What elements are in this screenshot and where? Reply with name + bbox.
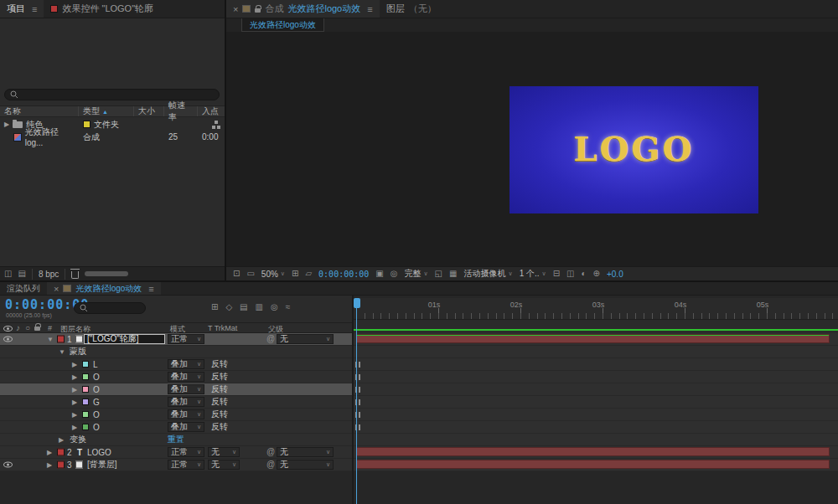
track-row-mask[interactable] xyxy=(354,396,838,409)
frame-blend-icon[interactable]: ▥ xyxy=(256,302,263,311)
mask-name[interactable]: O xyxy=(93,423,100,432)
mask-invert-checkbox[interactable]: 反转 xyxy=(211,421,228,433)
expand-arrow-icon[interactable]: ▶ xyxy=(72,399,77,406)
mask-keyframe-mark[interactable] xyxy=(359,387,360,393)
viewer-canvas-area[interactable]: LOGO xyxy=(226,32,838,266)
graph-editor-icon[interactable]: ≈ xyxy=(286,302,291,311)
track-row-mask[interactable] xyxy=(354,383,838,396)
mask-mode-select[interactable]: 叠加∨ xyxy=(168,359,204,369)
snapshot-icon[interactable]: ▣ xyxy=(375,270,383,278)
parent-select[interactable]: 无∨ xyxy=(277,334,334,344)
share-view-icon[interactable]: ⊟ xyxy=(553,270,560,278)
track-row-mask[interactable] xyxy=(354,409,838,421)
tab-composition[interactable]: × 合成 光效路径logo动效 ≡ xyxy=(226,0,380,18)
layer-name[interactable]: [背景层] xyxy=(87,459,117,471)
eye-icon[interactable] xyxy=(3,462,13,468)
column-framerate[interactable]: 帧速率 xyxy=(164,106,198,116)
collapse-arrow-icon[interactable]: ▼ xyxy=(47,336,54,343)
layer-duration-bar[interactable] xyxy=(356,460,830,469)
mask-color-swatch[interactable] xyxy=(82,411,89,418)
mask-invert-checkbox[interactable]: 反转 xyxy=(211,371,228,383)
column-size[interactable]: 大小 xyxy=(134,106,164,116)
tab-layer[interactable]: 图层 （无） xyxy=(380,0,443,18)
main-viewer-icon[interactable]: ▭ xyxy=(246,270,254,278)
mask-color-swatch[interactable] xyxy=(82,424,89,430)
shy-layers-icon[interactable]: ▤ xyxy=(240,302,247,311)
mask-visibility-icon[interactable]: ▱ xyxy=(305,270,312,278)
composition-frame[interactable]: LOGO xyxy=(510,86,758,213)
mask-mode-select[interactable]: 叠加∨ xyxy=(168,409,204,419)
mask-row-3[interactable]: ▶ O 叠加∨ 反转 xyxy=(0,383,352,396)
expand-arrow-icon[interactable]: ▶ xyxy=(72,411,77,419)
resolution-select[interactable]: 完整∨ xyxy=(404,268,427,280)
draft-3d-icon[interactable]: ◇ xyxy=(225,302,232,311)
track-row-masks-group[interactable] xyxy=(354,346,838,358)
always-preview-icon[interactable]: ⊡ xyxy=(233,270,240,278)
time-ruler[interactable]: 01s 02s 03s 04s 05s xyxy=(354,298,838,320)
pixel-aspect-icon[interactable]: ◫ xyxy=(566,270,574,278)
label-chip-red[interactable] xyxy=(57,461,65,469)
mask-row-4[interactable]: ▶ G 叠加∨ 反转 xyxy=(0,396,352,409)
track-row-layer3[interactable] xyxy=(354,459,838,471)
mask-keyframe-mark[interactable] xyxy=(359,399,360,405)
exposure-reset-icon[interactable]: ⊕ xyxy=(593,270,600,278)
zoom-select[interactable]: 50%∨ xyxy=(261,270,285,279)
video-column-icon[interactable] xyxy=(3,326,13,332)
solo-column-icon[interactable]: ○ xyxy=(25,324,30,332)
mask-color-swatch[interactable] xyxy=(82,399,89,405)
project-bit-depth[interactable]: 8 bpc xyxy=(32,269,65,280)
mask-color-swatch[interactable] xyxy=(82,361,89,368)
playhead-handle[interactable] xyxy=(354,298,360,308)
show-snapshot-icon[interactable]: ◎ xyxy=(391,270,398,278)
layer-row-2[interactable]: ▶ 2 T LOGO 正常∨ 无∨ @ 无∨ xyxy=(0,446,352,459)
track-row-mask[interactable] xyxy=(354,421,838,434)
mask-keyframe-mark[interactable] xyxy=(359,412,360,418)
mask-keyframe-mark[interactable] xyxy=(359,374,360,380)
lock-column-icon[interactable] xyxy=(34,327,40,331)
track-row-transform[interactable] xyxy=(354,434,838,446)
transparency-grid-icon[interactable]: ▦ xyxy=(449,270,457,278)
label-chip-red[interactable] xyxy=(57,336,65,343)
mask-invert-checkbox[interactable]: 反转 xyxy=(211,409,228,420)
expand-arrow-icon[interactable]: ▶ xyxy=(72,373,77,381)
close-icon[interactable]: × xyxy=(233,4,238,14)
blend-mode-select[interactable]: 正常∨ xyxy=(168,334,204,344)
label-chip-red[interactable] xyxy=(57,449,65,456)
mini-flowchart-icon[interactable]: ⊞ xyxy=(211,302,218,311)
lock-icon[interactable] xyxy=(255,8,261,13)
mask-row-2[interactable]: ▶ O 叠加∨ 反转 xyxy=(0,371,352,383)
mask-mode-select[interactable]: 叠加∨ xyxy=(168,372,204,382)
grid-guides-icon[interactable]: ⊞ xyxy=(292,270,298,278)
expand-arrow-icon[interactable]: ▶ xyxy=(72,386,77,393)
mask-keyframe-mark[interactable] xyxy=(359,362,360,368)
close-icon[interactable]: × xyxy=(54,284,59,294)
tab-effect-controls[interactable]: 效果控件 "LOGO"轮廓 xyxy=(44,0,160,18)
panel-menu-icon[interactable]: ≡ xyxy=(32,4,37,14)
mask-invert-checkbox[interactable]: 反转 xyxy=(211,383,228,395)
column-inpoint[interactable]: 入点 xyxy=(198,106,225,116)
transform-reset-link[interactable]: 重置 xyxy=(168,434,184,445)
layer-row-3[interactable]: ▶ 3 [背景层] 正常∨ 无∨ @ 无∨ xyxy=(0,459,352,471)
mask-row-1[interactable]: ▶ L 叠加∨ 反转 xyxy=(0,358,352,371)
mask-mode-select[interactable]: 叠加∨ xyxy=(168,384,204,394)
panel-menu-icon[interactable]: ≡ xyxy=(367,4,372,14)
mask-name[interactable]: L xyxy=(93,360,98,369)
parent-pickwhip-icon[interactable]: @ xyxy=(266,448,275,456)
layer-name-edit[interactable]: ["LOGO"轮廓] xyxy=(84,334,165,344)
audio-column-icon[interactable]: ♪ xyxy=(16,324,20,332)
mask-mode-select[interactable]: 叠加∨ xyxy=(168,397,204,407)
eye-icon[interactable] xyxy=(3,337,13,342)
mask-mode-select[interactable]: 叠加∨ xyxy=(168,422,204,432)
motion-blur-icon[interactable]: ◎ xyxy=(271,302,278,311)
expand-arrow-icon[interactable]: ▶ xyxy=(72,424,77,431)
tab-render-queue[interactable]: 渲染队列 xyxy=(0,282,47,295)
view-layout-select[interactable]: 1 个..∨ xyxy=(520,268,546,280)
transform-group-row[interactable]: ▶ 变换 重置 xyxy=(0,434,352,446)
label-chip-yellow[interactable] xyxy=(83,121,91,128)
timeline-search-input[interactable] xyxy=(74,302,146,314)
tab-project[interactable]: 项目 ≡ xyxy=(0,0,44,18)
project-row-composition[interactable]: 光效路径log... 合成 25 0:00 xyxy=(0,131,225,143)
comp-subtab[interactable]: 光效路径logo动效 xyxy=(241,18,324,32)
parent-pickwhip-icon[interactable]: @ xyxy=(266,335,275,343)
collapse-arrow-icon[interactable]: ▼ xyxy=(59,348,65,356)
